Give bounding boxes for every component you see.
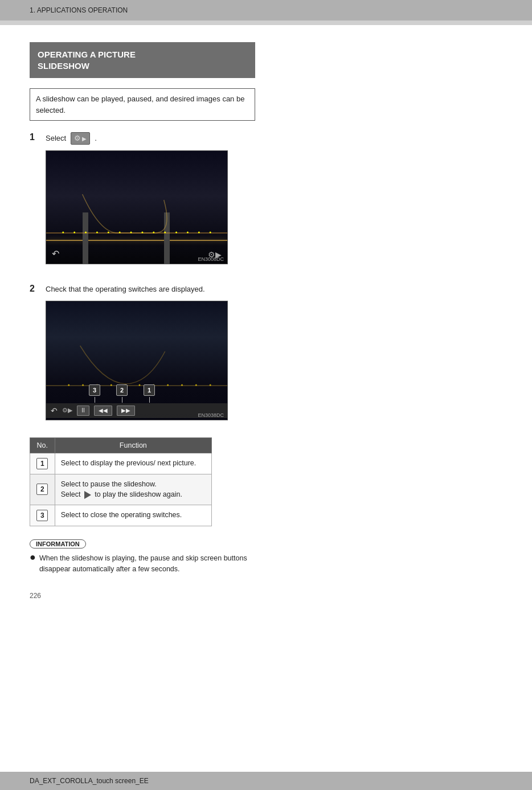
play-icon (84, 491, 91, 499)
screenshot-2: 3 2 1 ↶ (46, 301, 228, 420)
callout-3-group: 3 (89, 384, 100, 403)
func-2-line1: Select to pause the slideshow. (61, 480, 157, 488)
footer-text: DA_EXT_COROLLA_touch screen_EE (30, 777, 149, 785)
callout-line-1 (149, 397, 150, 403)
bridge-scene-1 (46, 151, 227, 264)
svg-point-26 (210, 384, 211, 386)
svg-point-8 (141, 232, 143, 234)
function-table: No. Function 1 Select to display the pre… (30, 437, 212, 527)
svg-point-9 (153, 232, 154, 234)
svg-point-25 (195, 384, 197, 386)
prev-button[interactable]: ◀◀ (94, 406, 112, 416)
svg-point-3 (85, 232, 87, 234)
table-row-2: 2 Select to pause the slideshow. Select … (30, 474, 212, 505)
callout-line-3 (95, 397, 95, 403)
information-section: INFORMATION ● When the slideshow is play… (30, 539, 255, 575)
svg-point-7 (130, 232, 132, 234)
svg-point-1 (62, 232, 64, 234)
svg-point-17 (82, 384, 84, 386)
next-button[interactable]: ▶▶ (117, 406, 135, 416)
num-box-2: 2 (36, 484, 48, 495)
screenshot-2-code: EN3038DC (198, 412, 224, 418)
top-bar: 1. APPLICATIONS OPERATION (0, 0, 532, 21)
pause-button[interactable]: II (77, 406, 89, 416)
callout-badge-1: 1 (144, 384, 155, 396)
callout-2-group: 2 (116, 384, 128, 403)
table-cell-func-1: Select to display the previous/ next pic… (55, 453, 211, 474)
screen-back-arrow-1[interactable]: ↶ (52, 248, 59, 259)
svg-point-12 (187, 232, 189, 234)
svg-point-13 (198, 232, 200, 234)
info-bullet-text-1: When the slideshow is playing, the pause… (39, 553, 255, 575)
func-2-select-label: Select (61, 490, 83, 498)
svg-point-6 (119, 232, 121, 234)
screenshot-1: ↶ ⚙▶ EN3008DC (46, 150, 228, 264)
svg-point-2 (73, 232, 75, 234)
callout-line-2 (122, 397, 122, 403)
table-row-1: 1 Select to display the previous/ next p… (30, 453, 212, 474)
step-1: 1 Select ⚙︎ ▶ . (30, 132, 255, 275)
information-badge: INFORMATION (30, 539, 86, 549)
bullet-dot: ● (30, 552, 36, 562)
table-row-3: 3 Select to close the operating switches… (30, 505, 212, 526)
callout-1-group: 1 (144, 384, 155, 403)
num-box-1: 1 (36, 458, 48, 469)
footer-bar: DA_EXT_COROLLA_touch screen_EE (0, 772, 532, 790)
table-cell-no-1: 1 (30, 453, 55, 474)
step-2-number: 2 (30, 284, 46, 294)
step-2-label: Check that the operating switches are di… (46, 284, 205, 295)
svg-point-10 (164, 232, 166, 234)
page-number: 226 (30, 592, 255, 600)
callout-badge-3: 3 (89, 384, 100, 396)
svg-point-14 (210, 232, 211, 234)
slideshow-icon: ▶ (82, 134, 87, 143)
table-header-function: Function (55, 437, 211, 453)
screen2-gear-icon[interactable]: ⚙▶ (62, 407, 72, 414)
svg-point-4 (96, 232, 98, 234)
top-bar-title: 1. APPLICATIONS OPERATION (30, 6, 128, 14)
step-2-content: Check that the operating switches are di… (46, 284, 255, 428)
step-2: 2 Check that the operating switches are … (30, 284, 255, 428)
separator-bar (0, 21, 532, 25)
screenshot-1-code: EN3008DC (198, 256, 224, 262)
step-1-content: Select ⚙︎ ▶ . (46, 132, 255, 275)
screen2-back-arrow[interactable]: ↶ (51, 406, 58, 415)
step-1-number: 1 (30, 132, 46, 142)
step-2-text: Check that the operating switches are di… (46, 284, 255, 295)
svg-point-16 (68, 384, 69, 386)
num-box-3: 3 (36, 510, 48, 521)
intro-info-text: A slideshow can be played, paused, and d… (36, 95, 244, 114)
svg-point-11 (175, 232, 177, 234)
step-1-label-after: . (95, 133, 97, 144)
step-1-label: Select (46, 133, 66, 144)
table-cell-no-3: 3 (30, 505, 55, 526)
table-cell-func-3: Select to close the operating switches. (55, 505, 211, 526)
gear-icon: ⚙︎ (74, 133, 81, 144)
intro-info-box: A slideshow can be played, paused, and d… (30, 88, 255, 121)
svg-point-23 (167, 384, 169, 386)
svg-point-24 (181, 384, 183, 386)
info-bullet-1: ● When the slideshow is playing, the pau… (30, 553, 255, 575)
callout-badge-2: 2 (116, 384, 128, 396)
settings-icon-btn[interactable]: ⚙︎ ▶ (71, 132, 90, 145)
table-header-no: No. (30, 437, 55, 453)
svg-point-5 (108, 232, 109, 234)
main-content: OPERATING A PICTURE SLIDESHOW A slidesho… (0, 25, 285, 634)
table-cell-no-2: 2 (30, 474, 55, 505)
bridge-cables-svg (46, 194, 227, 240)
bridge-scene-2: 3 2 1 ↶ (46, 301, 227, 420)
callout-badges-area: 3 2 1 (89, 384, 155, 403)
section-heading: OPERATING A PICTURE SLIDESHOW (30, 42, 255, 78)
step-1-text: Select ⚙︎ ▶ . (46, 132, 255, 145)
func-2-line2-rest: to play the slideshow again. (95, 490, 182, 498)
section-heading-text: OPERATING A PICTURE SLIDESHOW (38, 49, 247, 71)
table-cell-func-2: Select to pause the slideshow. Select to… (55, 474, 211, 505)
